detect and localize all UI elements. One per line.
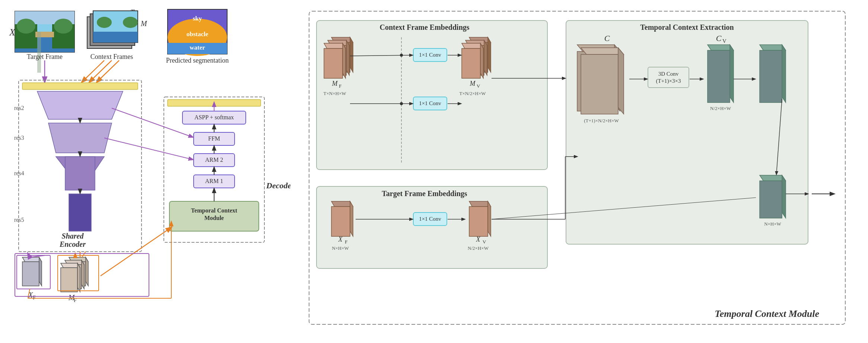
left-panel: X T M bbox=[7, 7, 290, 336]
svg-point-102 bbox=[400, 102, 403, 105]
svg-rect-5 bbox=[37, 32, 41, 73]
conv3-label: 1×1 Conv bbox=[419, 216, 441, 222]
svg-marker-135 bbox=[782, 45, 786, 103]
svg-marker-48 bbox=[86, 257, 88, 286]
tce-title: Temporal Context Extraction bbox=[640, 23, 734, 32]
cfe-title: Context Frame Embeddings bbox=[379, 23, 469, 32]
svg-rect-43 bbox=[22, 262, 39, 286]
svg-text:V: V bbox=[722, 38, 726, 44]
sky-label: sky bbox=[193, 15, 202, 22]
res5-label: res5 bbox=[14, 217, 24, 223]
obstacle-label: obstacle bbox=[187, 31, 209, 38]
target-frame-caption: Target Frame bbox=[27, 53, 63, 60]
svg-rect-110 bbox=[469, 207, 488, 236]
x-label: X bbox=[9, 27, 16, 38]
svg-point-7 bbox=[17, 19, 35, 34]
svg-point-101 bbox=[400, 54, 403, 57]
shared-encoder-label: Shared bbox=[62, 232, 84, 240]
context-frames-caption: Context Frames bbox=[90, 53, 133, 60]
svg-rect-138 bbox=[760, 181, 782, 218]
svg-marker-126 bbox=[730, 45, 734, 103]
svg-rect-28 bbox=[69, 194, 91, 231]
shared-encoder-label2: Encoder bbox=[59, 240, 86, 248]
svg-marker-121 bbox=[618, 48, 624, 114]
svg-marker-44 bbox=[39, 257, 42, 286]
svg-rect-120 bbox=[581, 54, 618, 114]
svg-marker-92 bbox=[484, 40, 487, 75]
svg-marker-89 bbox=[488, 37, 491, 72]
svg-line-63 bbox=[101, 227, 171, 276]
svg-marker-106 bbox=[350, 201, 353, 236]
svg-point-8 bbox=[54, 19, 73, 34]
water-label: water bbox=[190, 44, 205, 51]
svg-rect-23 bbox=[22, 83, 138, 89]
svg-marker-95 bbox=[480, 43, 483, 78]
cfe-mf-dim: T×N×H×W bbox=[324, 91, 347, 96]
conv3d-label: 3D Conv bbox=[658, 71, 679, 77]
svg-marker-111 bbox=[488, 201, 491, 236]
cfe-mf-label: M bbox=[332, 80, 338, 87]
tcm-title: Temporal Context Module bbox=[715, 308, 819, 319]
mv-label: M bbox=[470, 80, 476, 87]
res4-label: res4 bbox=[14, 170, 24, 176]
cv-dim: N/2×H×W bbox=[710, 106, 731, 111]
output-dim: N×H×W bbox=[764, 221, 781, 227]
tcm-label2: Module bbox=[204, 215, 224, 221]
svg-text:V: V bbox=[477, 83, 480, 89]
svg-rect-134 bbox=[760, 50, 782, 103]
svg-text:V: V bbox=[483, 239, 486, 245]
svg-marker-79 bbox=[346, 40, 349, 75]
xf-dim: N×H×W bbox=[332, 245, 349, 251]
conv1-label: 1×1 Conv bbox=[419, 52, 441, 58]
tcm-label1: Temporal Context bbox=[191, 207, 238, 214]
svg-line-65 bbox=[104, 138, 193, 160]
svg-rect-125 bbox=[708, 50, 730, 103]
svg-rect-81 bbox=[324, 48, 343, 78]
svg-text:F: F bbox=[345, 239, 347, 245]
xv-dim: N/2×H×W bbox=[468, 245, 489, 251]
svg-line-66 bbox=[112, 108, 193, 137]
c-dim: (T+1)×N/2×H×W bbox=[584, 118, 619, 123]
c-label: C bbox=[604, 34, 610, 43]
conv2-label: 1×1 Conv bbox=[419, 100, 441, 106]
svg-marker-24 bbox=[37, 91, 123, 119]
svg-marker-51 bbox=[82, 260, 84, 289]
mv-dim: T×N/2×H×W bbox=[459, 91, 486, 96]
svg-rect-53 bbox=[61, 268, 77, 292]
svg-marker-42 bbox=[22, 257, 42, 262]
predicted-seg-caption: Predicted segmentation bbox=[166, 57, 229, 64]
decoder-label: Decoder bbox=[266, 181, 290, 190]
res3-label: res3 bbox=[14, 135, 24, 141]
xf-label-r: X bbox=[338, 236, 343, 243]
svg-marker-54 bbox=[77, 263, 80, 292]
arm2-label: ARM 2 bbox=[205, 157, 223, 163]
svg-marker-119 bbox=[581, 48, 624, 54]
m-label: M bbox=[140, 19, 147, 28]
svg-point-13 bbox=[97, 17, 112, 28]
left-diagram: X T M bbox=[7, 7, 290, 336]
svg-rect-27 bbox=[65, 157, 95, 190]
svg-marker-76 bbox=[350, 37, 353, 72]
cv-label: C bbox=[716, 34, 722, 43]
svg-marker-139 bbox=[782, 175, 786, 218]
svg-rect-105 bbox=[331, 207, 350, 236]
svg-marker-52 bbox=[61, 263, 80, 268]
svg-point-14 bbox=[123, 17, 138, 28]
svg-line-58 bbox=[82, 252, 86, 257]
svg-text:F: F bbox=[339, 83, 341, 89]
right-diagram: Temporal Context Module Context Frame Em… bbox=[305, 7, 849, 336]
aspp-label: ASPP + softmax bbox=[194, 114, 234, 120]
main-container: X T M bbox=[0, 0, 868, 343]
svg-text:F: F bbox=[33, 295, 36, 300]
svg-rect-12 bbox=[93, 32, 138, 43]
xv-label: X bbox=[476, 236, 481, 243]
arm1-label: ARM 1 bbox=[205, 178, 223, 184]
conv3d-size: (T+1)×3×3 bbox=[656, 78, 681, 84]
res2-label: res2 bbox=[14, 105, 24, 111]
svg-marker-25 bbox=[48, 123, 112, 153]
svg-rect-122 bbox=[648, 67, 689, 88]
ffm-label: FFM bbox=[208, 135, 220, 142]
svg-marker-82 bbox=[343, 43, 346, 78]
tfe-title: Target Frame Embeddings bbox=[382, 189, 467, 198]
svg-rect-94 bbox=[462, 48, 480, 78]
